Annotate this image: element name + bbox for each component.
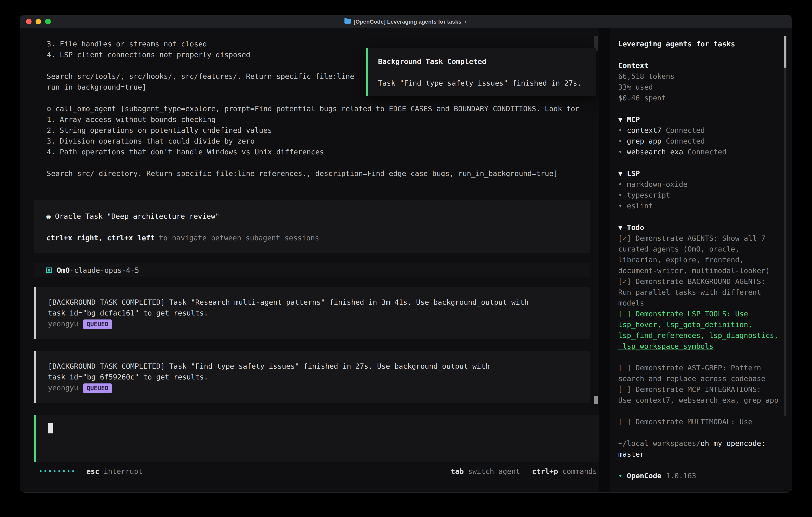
todo-line-done: librarian, explore, frontend, bbox=[618, 254, 792, 265]
sidebar-scrollbar-track[interactable] bbox=[784, 36, 786, 416]
oracle-task-banner: ◉ Oracle Task "Deep architecture review"… bbox=[34, 200, 590, 253]
background-task-message: [BACKGROUND TASK COMPLETED] Task "Resear… bbox=[34, 287, 590, 339]
toast-title: Background Task Completed bbox=[378, 56, 596, 67]
sidebar: Leveraging agents for tasks Context 66,5… bbox=[610, 28, 792, 493]
desktop: [OpenCode] Leveraging agents for tasks ◐… bbox=[0, 0, 812, 517]
tab-key-hint: tab switch agent bbox=[451, 466, 520, 477]
todo-line-pending: [ ] Demonstrate AST-GREP: Pattern bbox=[618, 362, 792, 373]
minimize-window-button[interactable] bbox=[35, 19, 41, 24]
terminal-output-line: 2. String operations on potentially unde… bbox=[47, 125, 600, 136]
background-task-message: [BACKGROUND TASK COMPLETED] Task "Find t… bbox=[34, 351, 590, 403]
spinner-dots: •••••••• bbox=[39, 466, 76, 477]
todo-line-done: [✓] Demonstrate BACKGROUND AGENTS: bbox=[618, 276, 792, 287]
agent-call-line: ⚙ call_omo_agent [subagent_type=explore,… bbox=[47, 103, 600, 114]
main-scrollbar-thumb[interactable] bbox=[594, 396, 598, 404]
todo-line-pending: Use context7, websearch_exa, grep_app bbox=[618, 394, 792, 405]
todo-line-active: [ ] Demonstrate LSP TOOLS: Use bbox=[618, 308, 792, 319]
navigation-keys: ctrl+x right, ctrl+x left bbox=[46, 234, 155, 242]
context-section-heading: Context bbox=[618, 60, 792, 71]
text-cursor bbox=[48, 423, 53, 433]
message-author: yeongyu bbox=[48, 383, 78, 392]
mcp-item: •websearch_exaConnected bbox=[618, 146, 792, 157]
app-name: OpenCode bbox=[627, 471, 661, 480]
todo-line-done: document-writer, multimodal-looker) bbox=[618, 265, 792, 276]
commands-key-hint: ctrl+p commands bbox=[532, 466, 597, 477]
todo-line-active: lsp_hover, lsp_goto_definition, bbox=[618, 319, 792, 330]
todo-line-pending: [ ] Demonstrate MCP INTEGRATIONS: bbox=[618, 384, 792, 394]
todo-section-header[interactable]: ▼ Todo bbox=[618, 222, 792, 233]
context-used: 33% used bbox=[618, 82, 792, 92]
version-line: •OpenCode1.0.163 bbox=[618, 470, 792, 481]
lsp-item: •markdown-oxide bbox=[618, 179, 792, 190]
mcp-item: •context7Connected bbox=[618, 125, 792, 136]
todo-line-pending: search and replace across codebase bbox=[618, 373, 792, 384]
terminal-output-line: 3. Division operations that could divide… bbox=[47, 136, 600, 146]
background-task-toast: Background Task Completed Task "Find typ… bbox=[366, 48, 596, 97]
prompt-input[interactable]: OmOOpus 4.5Anthropic bbox=[34, 415, 600, 462]
separator-dot: · bbox=[70, 265, 74, 275]
window-titlebar[interactable]: [OpenCode] Leveraging agents for tasks ◐ bbox=[20, 15, 792, 28]
window-title: [OpenCode] Leveraging agents for tasks ◐ bbox=[20, 15, 792, 28]
close-window-button[interactable] bbox=[26, 19, 32, 24]
input-status-line: OmOOpus 4.5Anthropic bbox=[48, 446, 600, 457]
todo-line-active: lsp_workspace_symbols bbox=[618, 341, 792, 351]
todo-line-done: Run parallel tasks with different bbox=[618, 287, 792, 298]
traffic-lights bbox=[26, 15, 51, 28]
status-bar: •••••••• esc interrupt tab switch agent … bbox=[39, 466, 597, 477]
window-title-text: [OpenCode] Leveraging agents for tasks bbox=[354, 15, 462, 28]
esc-key-hint: esc bbox=[86, 466, 99, 477]
lsp-item: •typescript bbox=[618, 190, 792, 200]
app-version: 1.0.163 bbox=[666, 471, 696, 480]
branch-name: master bbox=[618, 448, 792, 459]
terminal-main-pane[interactable]: 3. File handles or streams not closed 4.… bbox=[20, 28, 600, 493]
queued-status-badge: QUEUED bbox=[83, 383, 112, 393]
agent-checkbox-icon bbox=[46, 267, 52, 273]
context-spent: $0.46 spent bbox=[618, 92, 792, 103]
half-circle-icon: ◐ bbox=[464, 15, 467, 28]
message-author: yeongyu bbox=[48, 320, 78, 328]
queued-status-badge: QUEUED bbox=[83, 320, 112, 329]
mcp-section-header[interactable]: ▼ MCP bbox=[618, 114, 792, 125]
todo-line-done: [✓] Demonstrate AGENTS: Show all 7 bbox=[618, 233, 792, 244]
window-body: 3. File handles or streams not closed 4.… bbox=[20, 28, 792, 493]
agent-name: OmO bbox=[57, 265, 70, 275]
todo-line-done: curated agents (OmO, oracle, bbox=[618, 244, 792, 254]
agent-session-header[interactable]: OmO · claude-opus-4-5 bbox=[34, 263, 590, 277]
zoom-window-button[interactable] bbox=[45, 19, 51, 24]
sidebar-scrollbar-thumb[interactable] bbox=[784, 36, 786, 67]
lsp-section-header[interactable]: ▼ LSP bbox=[618, 168, 792, 179]
terminal-output-line bbox=[47, 157, 600, 168]
todo-line-done: models bbox=[618, 298, 792, 308]
oracle-icon: ◉ bbox=[46, 212, 51, 220]
toast-body: Task "Find type safety issues" finished … bbox=[378, 78, 596, 88]
model-name: claude-opus-4-5 bbox=[74, 265, 139, 275]
folder-icon bbox=[345, 19, 351, 24]
terminal-window: [OpenCode] Leveraging agents for tasks ◐… bbox=[20, 15, 792, 493]
todo-line-pending: [ ] Demonstrate MULTIMODAL: Use bbox=[618, 416, 792, 427]
lsp-item: •eslint bbox=[618, 200, 792, 211]
sidebar-title: Leveraging agents for tasks bbox=[618, 38, 792, 49]
workspace-path: ~/local-workspaces/oh-my-opencode: bbox=[618, 438, 792, 448]
terminal-output-line: 1. Array access without bounds checking bbox=[47, 114, 600, 125]
gear-icon: ⚙ bbox=[47, 104, 51, 113]
terminal-output-line: Search src/ directory. Return specific f… bbox=[47, 168, 600, 179]
context-tokens: 66,518 tokens bbox=[618, 71, 792, 82]
todo-line-active: lsp_find_references, lsp_diagnostics, bbox=[618, 330, 792, 341]
terminal-output-line: 4. Path operations that don't handle Win… bbox=[47, 146, 600, 157]
terminal-output-line: 3. File handles or streams not closed bbox=[47, 38, 600, 49]
mcp-item: •grep_appConnected bbox=[618, 136, 792, 146]
